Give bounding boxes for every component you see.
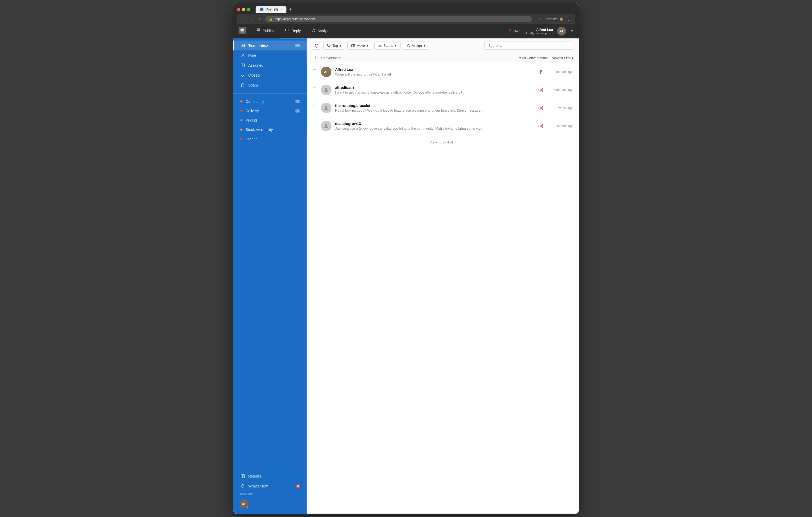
message-time: 2 weeks ago xyxy=(547,106,573,110)
conversation-content: alfredluatri I want to get this pair of … xyxy=(335,86,532,94)
svg-point-9 xyxy=(242,54,243,55)
new-tab-button[interactable]: + xyxy=(287,6,294,13)
sidebar-item-urgent[interactable]: Urgent xyxy=(233,134,307,144)
select-all-checkbox[interactable] xyxy=(312,56,317,60)
team-inbox-label: Team Inbox xyxy=(248,43,292,48)
svg-rect-5 xyxy=(258,30,259,31)
tab-close-button[interactable]: ✕ xyxy=(280,8,282,11)
filter-dropdown[interactable]: ▾ All Conversations xyxy=(519,56,549,60)
browser-tab-active[interactable]: Open (4) ✕ xyxy=(256,6,286,13)
move-icon xyxy=(351,44,355,48)
instagram-icon xyxy=(538,123,544,129)
back-button[interactable]: ← xyxy=(241,16,246,22)
refresh-button[interactable] xyxy=(312,42,321,50)
user-info: Alfred Lua alfred@bufferapp.com xyxy=(524,28,553,35)
tab-publish[interactable]: Publish xyxy=(251,24,280,38)
tab-title: Open (4) xyxy=(265,7,278,11)
browser-titlebar: Open (4) ✕ + ← → ↻ 🔒 https://reply.buffe… xyxy=(233,3,579,24)
bottom-user[interactable]: AL xyxy=(233,497,307,511)
table-row[interactable]: the.running.bracelet Hey :) looking good… xyxy=(307,99,579,117)
search-input[interactable] xyxy=(485,41,573,50)
avatar: AL xyxy=(321,67,331,77)
row-checkbox[interactable] xyxy=(313,124,318,128)
sidebar-item-stock-availability[interactable]: Stock Availability xyxy=(233,125,307,134)
sort-options: ▾ All Conversations Newest First ▾ xyxy=(519,56,573,60)
instagram-icon xyxy=(538,105,544,111)
filter-label: All Conversations xyxy=(522,56,549,60)
sidebar-item-mine[interactable]: Mine xyxy=(233,51,307,60)
table-row[interactable]: madetogrow13 Just sent you a follow! Lov… xyxy=(307,117,579,135)
message-time: 13 minutes ago xyxy=(547,70,573,74)
facebook-icon xyxy=(538,69,544,75)
tab-reply[interactable]: Reply xyxy=(280,24,306,38)
user-menu-chevron[interactable]: ▼ xyxy=(570,29,573,33)
trash-icon xyxy=(240,83,245,88)
conversation-meta: 13 minutes ago xyxy=(538,69,573,75)
svg-point-19 xyxy=(542,89,542,89)
sidebar-item-reports[interactable]: Reports xyxy=(233,471,307,481)
main-content: Tag ▾ Move ▾ Status ▾ xyxy=(307,38,579,514)
sidebar-item-closed[interactable]: Closed xyxy=(233,70,307,80)
row-check-input[interactable] xyxy=(313,69,316,73)
forward-button[interactable]: → xyxy=(249,16,255,22)
header-avatar[interactable]: AL xyxy=(557,27,566,35)
conversation-meta: 2 weeks ago xyxy=(538,105,573,111)
close-window-button[interactable] xyxy=(237,8,240,11)
svg-rect-11 xyxy=(241,84,244,87)
row-check-input[interactable] xyxy=(313,88,316,91)
tags-section: Community 1 Delivery 1 Pricing St xyxy=(233,95,307,146)
sidebar-item-team-inbox[interactable]: Team Inbox 4 xyxy=(233,40,307,51)
sidebar-item-spam[interactable]: Spam xyxy=(233,80,307,90)
address-bar[interactable]: 🔒 https://reply.buffer.com/open/1 xyxy=(265,16,532,22)
svg-rect-2 xyxy=(258,29,259,30)
message-preview: Just sent you a follow! Love the value y… xyxy=(335,126,492,130)
sort-label: Newest First xyxy=(552,56,571,60)
svg-point-26 xyxy=(540,125,542,127)
maximize-window-button[interactable] xyxy=(247,8,250,11)
tab-analyze-label: Analyze xyxy=(318,29,331,33)
help-button[interactable]: ❓ Help xyxy=(508,29,521,33)
filter-down-icon: ▾ xyxy=(519,56,521,60)
move-button[interactable]: Move ▾ xyxy=(347,41,372,50)
row-check-input[interactable] xyxy=(313,105,316,109)
row-checkbox[interactable] xyxy=(313,88,318,92)
message-preview: Hey :) looking good ! We would love to f… xyxy=(335,109,492,112)
table-row[interactable]: alfredluatri I want to get this pair of … xyxy=(307,81,579,99)
row-checkbox[interactable] xyxy=(313,105,318,110)
select-all-input[interactable] xyxy=(312,56,316,59)
browser-menu-button[interactable]: ⋮ xyxy=(566,16,571,22)
minimize-window-button[interactable] xyxy=(242,8,245,11)
tag-chevron: ▾ xyxy=(340,44,341,48)
bookmark-button[interactable]: ☆ xyxy=(537,16,543,22)
inbox-icon xyxy=(240,43,245,48)
sidebar-item-whats-new[interactable]: What's New 3 xyxy=(233,481,307,491)
refresh-button[interactable]: ↻ xyxy=(257,16,263,22)
status-label: Status xyxy=(383,44,393,48)
browser-actions: ☆ Incognito 🕵 ⋮ xyxy=(537,16,571,22)
row-checkbox[interactable] xyxy=(313,69,318,74)
svg-rect-21 xyxy=(539,106,543,110)
assign-icon xyxy=(407,44,410,48)
avatar xyxy=(321,121,331,131)
tag-button[interactable]: Tag ▾ xyxy=(323,41,345,50)
sidebar-item-delivery[interactable]: Delivery 1 xyxy=(233,106,307,116)
url-display: https://reply.buffer.com/open/1 xyxy=(275,17,317,21)
assign-button[interactable]: Assign ▾ xyxy=(403,41,429,50)
status-chevron: ▾ xyxy=(395,44,397,48)
conversation-meta: 2 months ago xyxy=(538,123,573,129)
table-row[interactable]: AL Alfred Lua When will the first run be… xyxy=(307,63,579,81)
status-button[interactable]: Status ▾ xyxy=(374,41,401,50)
sidebar-item-pricing[interactable]: Pricing xyxy=(233,116,307,125)
tab-analyze[interactable]: Analyze xyxy=(306,24,336,38)
sort-dropdown[interactable]: Newest First ▾ xyxy=(552,56,573,60)
conversation-content: Alfred Lua When will the first run be? C… xyxy=(335,67,532,76)
row-check-input[interactable] xyxy=(313,124,316,127)
svg-rect-4 xyxy=(257,30,258,31)
sidebar-item-community[interactable]: Community 1 xyxy=(233,97,307,106)
svg-rect-6 xyxy=(259,30,260,31)
sidebar-item-assigned[interactable]: Assigned xyxy=(233,60,307,70)
tab-publish-label: Publish xyxy=(263,29,275,33)
svg-point-16 xyxy=(325,88,327,90)
svg-point-22 xyxy=(540,107,542,109)
reply-icon xyxy=(285,28,289,33)
